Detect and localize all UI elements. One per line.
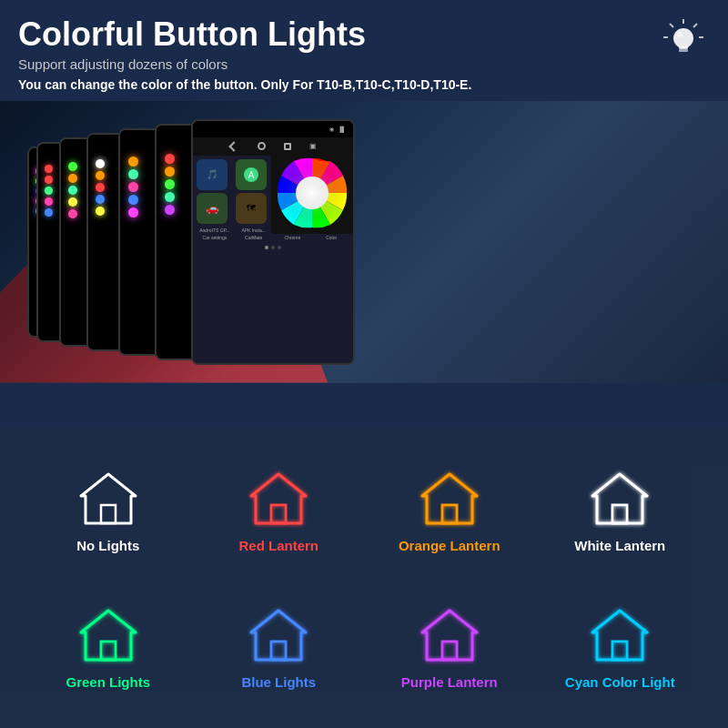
color-wheel-svg (274, 155, 350, 231)
svg-rect-6 (679, 46, 688, 49)
no-lights-label: No Lights (76, 538, 139, 553)
subtitle-text: Support adjusting dozens of colors (18, 56, 710, 72)
svg-rect-18 (271, 505, 286, 523)
page-title: Colorful Button Lights (18, 16, 710, 53)
svg-point-5 (673, 28, 693, 48)
color-wheel-popup[interactable] (271, 152, 353, 234)
white-lantern-label: White Lantern (574, 538, 665, 553)
light-item-cyan[interactable]: Cyan Color Light (540, 582, 702, 710)
bottom-section: No Lights Red Lantern Orange Lantern (0, 428, 728, 728)
bulb-icon (661, 16, 706, 62)
svg-rect-22 (612, 505, 627, 523)
svg-text:A: A (248, 170, 254, 180)
svg-rect-20 (442, 505, 457, 523)
header-section: Colorful Button Lights Support adjusting… (0, 0, 728, 101)
svg-marker-19 (422, 474, 477, 523)
svg-marker-15 (81, 474, 136, 523)
blue-lights-label: Blue Lights (241, 674, 316, 690)
red-lantern-icon (247, 467, 310, 531)
svg-rect-26 (271, 642, 286, 660)
orange-lantern-label: Orange Lantern (399, 538, 500, 553)
compatibility-text: You can change the color of the button. … (18, 77, 710, 92)
svg-marker-21 (592, 474, 647, 523)
svg-marker-25 (251, 611, 306, 660)
svg-marker-27 (422, 611, 477, 660)
svg-rect-30 (612, 642, 627, 660)
light-item-green[interactable]: Green Lights (27, 582, 189, 710)
svg-point-14 (278, 158, 347, 228)
light-item-orange[interactable]: Orange Lantern (369, 446, 531, 573)
light-item-purple[interactable]: Purple Lantern (369, 582, 531, 710)
red-lantern-label: Red Lantern (238, 538, 318, 553)
green-lights-label: Green Lights (66, 674, 150, 690)
svg-rect-28 (442, 642, 457, 660)
light-item-white[interactable]: White Lantern (540, 446, 702, 573)
android-ui: ◉ ▐▌ ▣ 🎵 A (193, 121, 353, 363)
lights-grid: No Lights Red Lantern Orange Lantern (27, 446, 701, 710)
app-carmate[interactable]: 🗺 (236, 193, 267, 224)
svg-rect-7 (679, 49, 688, 52)
app-apk[interactable]: A (236, 159, 267, 190)
tablet-main: ◉ ▐▌ ▣ 🎵 A (191, 119, 355, 365)
light-item-red[interactable]: Red Lantern (198, 446, 360, 573)
green-lights-icon (76, 603, 140, 667)
purple-lantern-label: Purple Lantern (401, 674, 498, 690)
svg-marker-17 (251, 474, 306, 523)
svg-marker-23 (81, 611, 136, 660)
light-item-no-lights[interactable]: No Lights (27, 446, 189, 573)
app-car-settings[interactable]: 🚗 (197, 193, 228, 224)
light-item-blue[interactable]: Blue Lights (198, 582, 360, 710)
blue-lights-icon (247, 603, 310, 667)
no-lights-icon (76, 467, 140, 531)
svg-line-3 (670, 24, 673, 27)
svg-point-8 (677, 32, 682, 37)
android-status-bar: ◉ ▐▌ (193, 121, 353, 137)
middle-section: ◉ ▐▌ ▣ 🎵 A (0, 101, 728, 383)
svg-rect-24 (101, 642, 116, 660)
tablets-stack: ◉ ▐▌ ▣ 🎵 A (27, 119, 355, 374)
white-lantern-icon (588, 467, 652, 531)
cyan-light-icon (588, 603, 652, 667)
app-androidts[interactable]: 🎵 (197, 159, 228, 190)
cyan-light-label: Cyan Color Light (565, 674, 675, 690)
svg-line-1 (693, 24, 697, 27)
orange-lantern-icon (418, 467, 481, 531)
svg-rect-16 (101, 505, 116, 523)
purple-lantern-icon (418, 603, 481, 667)
svg-marker-29 (592, 611, 647, 660)
